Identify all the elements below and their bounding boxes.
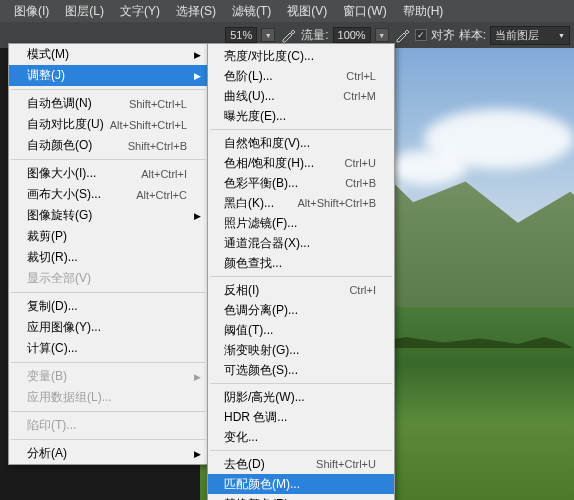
menu-item-label: 图像大小(I)... [27,165,141,182]
menu-item[interactable]: HDR 色调... [208,407,394,427]
menu-item[interactable]: 曝光度(E)... [208,106,394,126]
pressure-opacity-icon[interactable] [279,27,297,43]
menu-item[interactable]: 颜色查找... [208,253,394,273]
menu-item[interactable]: 亮度/对比度(C)... [208,46,394,66]
menu-item-label: 亮度/对比度(C)... [224,48,376,65]
menu-item[interactable]: 复制(D)... [9,296,207,317]
sample-value: 当前图层 [495,28,539,43]
menu-shortcut: Alt+Shift+Ctrl+L [110,119,187,131]
menu-item[interactable]: 阈值(T)... [208,320,394,340]
menu-item-label: 裁剪(P) [27,228,187,245]
menu-item[interactable]: 色调分离(P)... [208,300,394,320]
flow-label: 流量: [301,27,328,44]
menubar-item[interactable]: 图层(L) [57,3,112,20]
menu-item-label: 调整(J) [27,67,187,84]
menu-item-label: 反相(I) [224,282,349,299]
menubar-item[interactable]: 图像(I) [6,3,57,20]
menubar-item[interactable]: 选择(S) [168,3,224,20]
menu-item-label: 黑白(K)... [224,195,297,212]
menu-item: 应用数据组(L)... [9,387,207,408]
menu-item[interactable]: 调整(J)▶ [9,65,207,86]
menu-item-label: HDR 色调... [224,409,376,426]
menu-item[interactable]: 应用图像(Y)... [9,317,207,338]
menu-item[interactable]: 色相/饱和度(H)...Ctrl+U [208,153,394,173]
menu-item[interactable]: 匹配颜色(M)... [208,474,394,494]
menu-item[interactable]: 色彩平衡(B)...Ctrl+B [208,173,394,193]
menu-item: 变量(B)▶ [9,366,207,387]
menu-item-label: 色彩平衡(B)... [224,175,345,192]
menu-shortcut: Ctrl+B [345,177,376,189]
menu-item[interactable]: 裁切(R)... [9,247,207,268]
menubar-item[interactable]: 窗口(W) [335,3,394,20]
align-label: 对齐 [431,27,455,44]
menu-item-label: 自动色调(N) [27,95,129,112]
menu-separator [11,362,205,363]
submenu-arrow-icon: ▶ [194,71,201,81]
airbrush-icon[interactable] [393,27,411,43]
menu-item[interactable]: 裁剪(P) [9,226,207,247]
sample-dropdown[interactable]: 当前图层 ▼ [490,26,570,45]
menu-item-label: 渐变映射(G)... [224,342,376,359]
menu-item[interactable]: 自然饱和度(V)... [208,133,394,153]
menu-item[interactable]: 阴影/高光(W)... [208,387,394,407]
menu-item[interactable]: 曲线(U)...Ctrl+M [208,86,394,106]
menu-item[interactable]: 图像大小(I)...Alt+Ctrl+I [9,163,207,184]
menu-item[interactable]: 画布大小(S)...Alt+Ctrl+C [9,184,207,205]
sample-label: 样本: [459,27,486,44]
menu-separator [11,292,205,293]
menu-item[interactable]: 替换颜色(R)... [208,494,394,500]
menu-item-label: 图像旋转(G) [27,207,187,224]
menu-item[interactable]: 黑白(K)...Alt+Shift+Ctrl+B [208,193,394,213]
menu-item-label: 自然饱和度(V)... [224,135,376,152]
chevron-down-icon: ▼ [558,32,565,39]
menubar-item[interactable]: 视图(V) [279,3,335,20]
menubar-item[interactable]: 滤镜(T) [224,3,279,20]
menu-item[interactable]: 自动色调(N)Shift+Ctrl+L [9,93,207,114]
menu-item[interactable]: 图像旋转(G)▶ [9,205,207,226]
menu-shortcut: Alt+Shift+Ctrl+B [297,197,376,209]
menu-item-label: 应用数据组(L)... [27,389,187,406]
menubar-item[interactable]: 帮助(H) [395,3,452,20]
menu-item[interactable]: 分析(A)▶ [9,443,207,464]
menu-item[interactable]: 通道混合器(X)... [208,233,394,253]
menu-separator [210,276,392,277]
menu-item-label: 显示全部(V) [27,270,187,287]
menu-item-label: 替换颜色(R)... [224,496,376,501]
menu-shortcut: Ctrl+I [349,284,376,296]
menu-item[interactable]: 可选颜色(S)... [208,360,394,380]
menu-item-label: 曝光度(E)... [224,108,376,125]
menu-item[interactable]: 色阶(L)...Ctrl+L [208,66,394,86]
menu-item-label: 色调分离(P)... [224,302,376,319]
menu-item[interactable]: 渐变映射(G)... [208,340,394,360]
menu-item[interactable]: 自动颜色(O)Shift+Ctrl+B [9,135,207,156]
menu-item[interactable]: 反相(I)Ctrl+I [208,280,394,300]
menu-item-label: 模式(M) [27,46,187,63]
menubar-item[interactable]: 文字(Y) [112,3,168,20]
menu-item-label: 复制(D)... [27,298,187,315]
menu-item-label: 裁切(R)... [27,249,187,266]
opacity-dropdown-icon[interactable]: ▼ [261,28,275,42]
menu-item[interactable]: 照片滤镜(F)... [208,213,394,233]
menu-item[interactable]: 去色(D)Shift+Ctrl+U [208,454,394,474]
opacity-value[interactable]: 51% [225,27,257,43]
flow-value[interactable]: 100% [333,27,371,43]
menu-item-label: 可选颜色(S)... [224,362,376,379]
menu-item[interactable]: 计算(C)... [9,338,207,359]
menu-item-label: 阈值(T)... [224,322,376,339]
menu-shortcut: Alt+Ctrl+C [136,189,187,201]
align-checkbox[interactable]: ✓ [415,29,427,41]
menu-shortcut: Ctrl+L [346,70,376,82]
menu-separator [210,450,392,451]
menu-item-label: 阴影/高光(W)... [224,389,376,406]
submenu-arrow-icon: ▶ [194,449,201,459]
menu-shortcut: Shift+Ctrl+B [128,140,187,152]
menu-item[interactable]: 变化... [208,427,394,447]
menu-item: 显示全部(V) [9,268,207,289]
image-menu: 模式(M)▶调整(J)▶自动色调(N)Shift+Ctrl+L自动对比度(U)A… [8,43,208,465]
menu-item[interactable]: 自动对比度(U)Alt+Shift+Ctrl+L [9,114,207,135]
adjustments-submenu: 亮度/对比度(C)...色阶(L)...Ctrl+L曲线(U)...Ctrl+M… [207,43,395,500]
menubar: 图像(I)图层(L)文字(Y)选择(S)滤镜(T)视图(V)窗口(W)帮助(H) [0,0,574,22]
flow-dropdown-icon[interactable]: ▼ [375,28,389,42]
menu-item[interactable]: 模式(M)▶ [9,44,207,65]
menu-item-label: 自动颜色(O) [27,137,128,154]
